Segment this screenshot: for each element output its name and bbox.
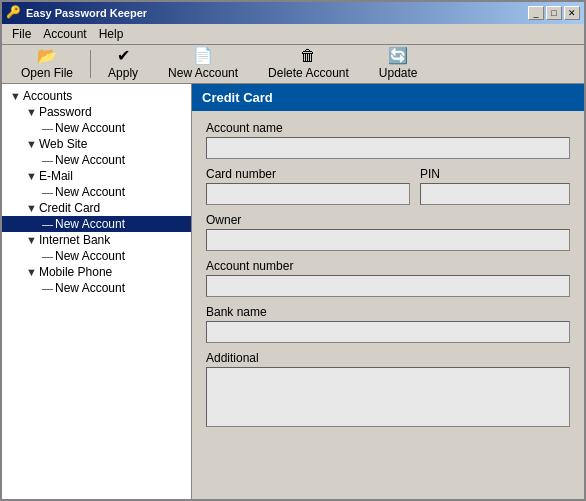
update-button[interactable]: 🔄 Update [364,47,433,81]
label-additional: Additional [206,351,570,365]
label-owner: Owner [206,213,570,227]
apply-label: Apply [108,66,138,80]
tree-email[interactable]: ▼ E-Mail [2,168,191,184]
tree-website[interactable]: ▼ Web Site [2,136,191,152]
update-label: Update [379,66,418,80]
password-new-label: New Account [55,121,125,135]
accounts-label: Accounts [23,89,72,103]
new-account-label: New Account [168,66,238,80]
input-pin[interactable] [420,183,570,205]
creditcard-label: Credit Card [39,201,100,215]
expand-icon: ▼ [10,90,21,102]
title-bar: 🔑 Easy Password Keeper _ □ ✕ [2,2,584,24]
tree-password[interactable]: ▼ Password [2,104,191,120]
input-account-name[interactable] [206,137,570,159]
new-account-icon: 📄 [193,48,213,64]
apply-icon: ✔ [117,48,130,64]
row-card-pin: Card number PIN [206,167,570,205]
app-window: 🔑 Easy Password Keeper _ □ ✕ File Accoun… [0,0,586,501]
tree-email-new[interactable]: — New Account [2,184,191,200]
field-account-number: Account number [206,259,570,297]
website-new-label: New Account [55,153,125,167]
expand-creditcard-icon: ▼ [26,202,37,214]
maximize-button[interactable]: □ [546,6,562,20]
mobilephone-label: Mobile Phone [39,265,112,279]
tree-password-new[interactable]: — New Account [2,120,191,136]
toolbar: 📂 Open File ✔ Apply 📄 New Account 🗑 Dele… [2,44,584,84]
doc-icon-3: — [42,186,53,198]
expand-mobilephone-icon: ▼ [26,266,37,278]
right-panel: Credit Card Account name Card number PIN [192,84,584,499]
doc-icon-1: — [42,122,53,134]
form-area: Account name Card number PIN [192,111,584,437]
input-additional[interactable] [206,367,570,427]
password-label: Password [39,105,92,119]
main-content: ▼ Accounts ▼ Password — New Account ▼ We… [2,84,584,499]
toolbar-separator-1 [90,50,91,78]
internetbank-label: Internet Bank [39,233,110,247]
input-bank-name[interactable] [206,321,570,343]
panel-header: Credit Card [192,84,584,111]
tree-mobilephone[interactable]: ▼ Mobile Phone [2,264,191,280]
tree-accounts-root[interactable]: ▼ Accounts [2,88,191,104]
tree-internetbank-new[interactable]: — New Account [2,248,191,264]
open-file-button[interactable]: 📂 Open File [6,47,88,81]
tree-mobilephone-new[interactable]: — New Account [2,280,191,296]
field-account-name: Account name [206,121,570,159]
window-title: Easy Password Keeper [26,7,528,19]
tree-website-new[interactable]: — New Account [2,152,191,168]
doc-icon-6: — [42,282,53,294]
expand-email-icon: ▼ [26,170,37,182]
label-bank-name: Bank name [206,305,570,319]
delete-account-icon: 🗑 [300,48,316,64]
field-owner: Owner [206,213,570,251]
website-label: Web Site [39,137,87,151]
menu-bar: File Account Help [2,24,584,44]
doc-icon-2: — [42,154,53,166]
doc-icon-5: — [42,250,53,262]
field-pin: PIN [420,167,570,205]
input-card-number[interactable] [206,183,410,205]
delete-account-label: Delete Account [268,66,349,80]
app-icon: 🔑 [6,5,22,21]
new-account-button[interactable]: 📄 New Account [153,47,253,81]
apply-button[interactable]: ✔ Apply [93,47,153,81]
open-file-label: Open File [21,66,73,80]
creditcard-new-label: New Account [55,217,125,231]
email-label: E-Mail [39,169,73,183]
expand-internetbank-icon: ▼ [26,234,37,246]
email-new-label: New Account [55,185,125,199]
label-pin: PIN [420,167,570,181]
label-card-number: Card number [206,167,410,181]
window-controls: _ □ ✕ [528,6,580,20]
field-bank-name: Bank name [206,305,570,343]
update-icon: 🔄 [388,48,408,64]
input-owner[interactable] [206,229,570,251]
menu-help[interactable]: Help [93,25,130,43]
label-account-name: Account name [206,121,570,135]
expand-password-icon: ▼ [26,106,37,118]
sidebar: ▼ Accounts ▼ Password — New Account ▼ We… [2,84,192,499]
label-account-number: Account number [206,259,570,273]
minimize-button[interactable]: _ [528,6,544,20]
mobilephone-new-label: New Account [55,281,125,295]
tree-creditcard-new[interactable]: — New Account [2,216,191,232]
close-button[interactable]: ✕ [564,6,580,20]
menu-file[interactable]: File [6,25,37,43]
expand-website-icon: ▼ [26,138,37,150]
input-account-number[interactable] [206,275,570,297]
open-file-icon: 📂 [37,48,57,64]
doc-icon-4: — [42,218,53,230]
menu-account[interactable]: Account [37,25,92,43]
field-additional: Additional [206,351,570,427]
field-card-number: Card number [206,167,410,205]
tree-creditcard[interactable]: ▼ Credit Card [2,200,191,216]
internetbank-new-label: New Account [55,249,125,263]
tree-internetbank[interactable]: ▼ Internet Bank [2,232,191,248]
delete-account-button[interactable]: 🗑 Delete Account [253,47,364,81]
